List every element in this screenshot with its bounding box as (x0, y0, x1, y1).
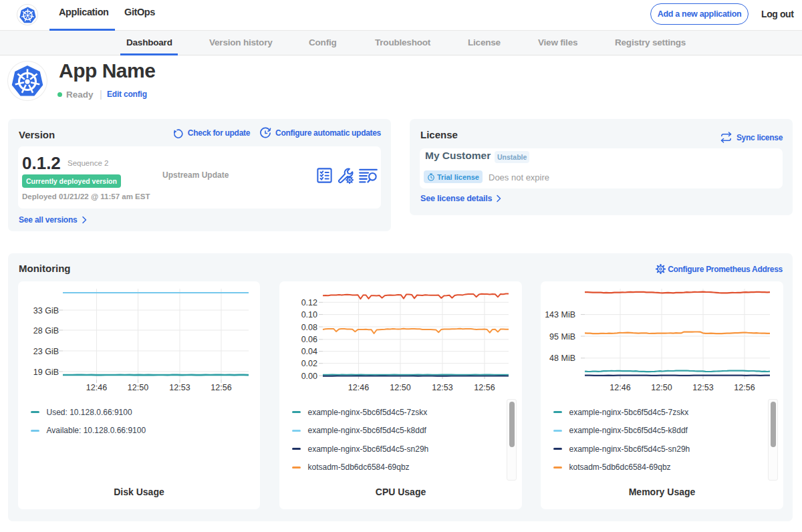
svg-text:23 GiB: 23 GiB (33, 347, 59, 356)
svg-text:12:53: 12:53 (169, 383, 190, 392)
svg-text:12:50: 12:50 (128, 383, 148, 392)
svg-text:12:46: 12:46 (348, 383, 369, 392)
svg-text:12:56: 12:56 (211, 383, 231, 392)
svg-text:12:46: 12:46 (86, 383, 107, 392)
svg-text:0.00: 0.00 (301, 372, 317, 381)
svg-text:0.02: 0.02 (301, 359, 317, 368)
svg-text:95 MiB: 95 MiB (549, 332, 575, 342)
svg-text:0.10: 0.10 (301, 310, 317, 319)
svg-text:48 MiB: 48 MiB (549, 354, 575, 363)
svg-text:0.08: 0.08 (301, 323, 317, 332)
svg-text:12:46: 12:46 (610, 383, 630, 392)
svg-text:0.04: 0.04 (301, 347, 317, 356)
svg-text:33 GiB: 33 GiB (33, 306, 59, 315)
svg-text:143 MiB: 143 MiB (545, 310, 575, 319)
svg-text:12:53: 12:53 (692, 383, 713, 392)
svg-text:19 GiB: 19 GiB (33, 368, 59, 377)
svg-text:12:50: 12:50 (651, 383, 672, 392)
svg-text:0.06: 0.06 (301, 335, 317, 344)
svg-text:12:56: 12:56 (734, 383, 755, 392)
svg-text:0.12: 0.12 (301, 298, 317, 307)
svg-text:12:50: 12:50 (390, 383, 410, 392)
svg-text:12:56: 12:56 (474, 383, 495, 392)
svg-text:28 GiB: 28 GiB (33, 326, 59, 336)
svg-text:12:53: 12:53 (432, 383, 452, 392)
